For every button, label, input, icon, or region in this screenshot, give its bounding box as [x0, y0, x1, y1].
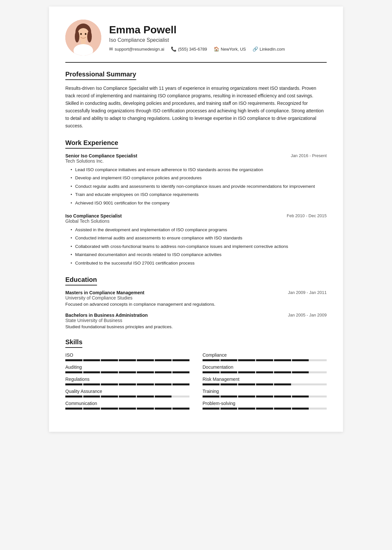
skill-0-segment-6	[172, 359, 189, 361]
skill-2-name: Auditing	[65, 364, 189, 370]
edu-0-desc: Focused on advanced concepts in complian…	[65, 302, 327, 307]
skill-0-segment-0	[65, 359, 82, 361]
skill-1-segment-1	[220, 359, 237, 361]
skill-8-segment-3	[119, 408, 136, 410]
edu-1: Bachelors in Business Administration Jan…	[65, 313, 327, 329]
candidate-name: Emma Powell	[109, 24, 327, 36]
skill-7-segment-2	[238, 396, 255, 397]
job-0: Senior Iso Compliance Specialist Jan 201…	[65, 153, 327, 207]
contact-email: ✉ support@resumedesign.ai	[109, 46, 164, 52]
list-item: Assisted in the development and implemen…	[71, 226, 327, 234]
skill-6-segment-0	[65, 396, 82, 397]
skill-1-segment-5	[292, 359, 309, 361]
skills-section: Skills ISOComplianceAuditingDocumentatio…	[65, 338, 327, 410]
skill-1-name: Compliance	[203, 352, 327, 358]
list-item: Develop and implement ISO compliance pol…	[71, 174, 327, 182]
skill-5-bar	[203, 383, 327, 385]
list-item: Conducted internal audits and assessment…	[71, 235, 327, 242]
skill-4-bar	[65, 383, 189, 385]
linkedin-text: LinkedIn.com	[260, 47, 285, 52]
skill-2: Auditing	[65, 364, 189, 373]
edu-0-school: University of Compliance Studies	[65, 295, 327, 300]
skill-0-segment-3	[119, 359, 136, 361]
skill-9-segment-5	[292, 408, 309, 410]
email-icon: ✉	[109, 46, 113, 52]
svg-point-3	[75, 31, 79, 42]
skill-1-segment-6	[310, 359, 327, 361]
skill-8-segment-0	[65, 408, 82, 410]
skill-6-segment-3	[119, 396, 136, 397]
skill-2-segment-2	[101, 371, 118, 373]
list-item: Conduct regular audits and assessments t…	[71, 183, 327, 190]
list-item: Collaborated with cross-functional teams…	[71, 243, 327, 250]
edu-1-header: Bachelors in Business Administration Jan…	[65, 313, 327, 318]
skill-7-segment-0	[203, 396, 220, 397]
skill-6-name: Quality Assurance	[65, 389, 189, 394]
work-experience-section: Work Experience Senior Iso Compliance Sp…	[65, 139, 327, 267]
job-0-bullets: Lead ISO compliance initiatives and ensu…	[65, 166, 327, 207]
skill-9-segment-3	[256, 408, 273, 410]
skill-5-segment-0	[203, 383, 220, 385]
skill-1-segment-0	[203, 359, 220, 361]
skill-7-name: Training	[203, 389, 327, 394]
skills-grid: ISOComplianceAuditingDocumentationRegula…	[65, 352, 327, 410]
candidate-title: Iso Compliance Specialist	[109, 37, 327, 43]
skill-2-segment-4	[137, 371, 154, 373]
skill-2-segment-0	[65, 371, 82, 373]
edu-0-degree: Masters in Compliance Management	[65, 290, 144, 295]
skill-2-segment-1	[83, 371, 100, 373]
skill-6-segment-4	[137, 396, 154, 397]
edu-0-header: Masters in Compliance Management Jan 200…	[65, 290, 327, 295]
svg-rect-5	[81, 40, 86, 44]
contact-linkedin: 🔗 LinkedIn.com	[253, 46, 285, 52]
list-item: Achieved ISO 9001 certification for the …	[71, 200, 327, 207]
contact-location: 🏠 NewYork, US	[214, 46, 246, 52]
summary-title: Professional Summary	[65, 71, 136, 80]
skill-9: Problem-solving	[203, 401, 327, 410]
skill-5-name: Risk Management	[203, 377, 327, 382]
skill-5: Risk Management	[203, 377, 327, 385]
skill-2-segment-3	[119, 371, 136, 373]
skill-9-segment-0	[203, 408, 220, 410]
skill-3-segment-4	[274, 371, 291, 373]
skill-1-segment-2	[238, 359, 255, 361]
location-text: NewYork, US	[221, 47, 246, 52]
summary-text: Results-driven Iso Compliance Specialist…	[65, 85, 327, 130]
skill-1-segment-3	[256, 359, 273, 361]
svg-point-8	[85, 33, 87, 35]
resume-header: Emma Powell Iso Compliance Specialist ✉ …	[65, 20, 327, 56]
skill-7-segment-1	[220, 396, 237, 397]
skill-0-name: ISO	[65, 352, 189, 358]
list-item: Contributed to the successful ISO 27001 …	[71, 260, 327, 267]
skill-5-segment-3	[256, 383, 273, 385]
skill-5-segment-1	[220, 383, 237, 385]
skill-8: Communication	[65, 401, 189, 410]
skill-4-name: Regulations	[65, 377, 189, 382]
skill-8-segment-4	[137, 408, 154, 410]
skill-2-bar	[65, 371, 189, 373]
phone-text: (555) 345-6789	[178, 47, 207, 52]
job-0-title: Senior Iso Compliance Specialist	[65, 153, 137, 158]
email-text: support@resumedesign.ai	[115, 47, 164, 52]
job-1-title: Iso Compliance Specialist	[65, 213, 122, 218]
skill-3-segment-0	[203, 371, 220, 373]
contact-phone: 📞 (555) 345-6789	[171, 46, 207, 52]
job-1: Iso Compliance Specialist Feb 2010 - Dec…	[65, 213, 327, 267]
skill-1: Compliance	[203, 352, 327, 361]
edu-1-school: State University of Business	[65, 318, 327, 323]
skill-0-segment-2	[101, 359, 118, 361]
skill-3-bar	[203, 371, 327, 373]
list-item: Maintained documentation and records rel…	[71, 251, 327, 258]
skill-8-name: Communication	[65, 401, 189, 406]
edu-1-desc: Studied foundational business principles…	[65, 324, 327, 329]
job-0-header: Senior Iso Compliance Specialist Jan 201…	[65, 153, 327, 158]
skill-0-segment-1	[83, 359, 100, 361]
skill-3-segment-3	[256, 371, 273, 373]
skill-2-segment-5	[155, 371, 172, 373]
education-title: Education	[65, 276, 97, 285]
skill-3: Documentation	[203, 364, 327, 373]
edu-0-date: Jan 2009 - Jan 2011	[288, 290, 327, 295]
skill-1-segment-4	[274, 359, 291, 361]
skill-7-bar	[203, 396, 327, 397]
skill-4-segment-3	[119, 383, 136, 385]
